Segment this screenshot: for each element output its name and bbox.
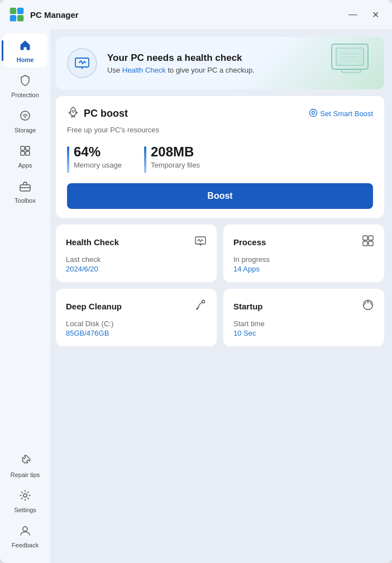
startup-label: Start time [233,319,374,328]
shield-icon [19,74,31,90]
content-area: Your PC needs a health check Use Health … [50,29,392,563]
close-button[interactable]: ✕ [367,7,383,22]
pc-boost-card: PC boost Set Smart Boost Free up your PC… [56,96,384,218]
svg-point-5 [25,116,26,118]
health-check-title: Health Check [66,237,119,247]
startup-icon [362,299,374,314]
health-check-card: Health Check Last check 2024/6 [56,225,217,282]
memory-label: Memory usage [74,161,122,169]
health-check-body: Last check 2024/6/20 [66,255,207,273]
svg-point-34 [202,300,205,303]
svg-point-25 [310,109,317,117]
deep-cleanup-value[interactable]: 85GB/476GB [66,329,207,337]
svg-rect-2 [10,15,16,21]
boost-title-row: PC boost [67,106,128,121]
banner-decoration [326,41,376,85]
main-layout: Home Protection [0,29,392,563]
process-body: In progress 14 Apps [233,255,374,273]
startup-body: Start time 10 Sec [233,319,374,337]
minimize-button[interactable]: — [345,7,361,22]
svg-rect-32 [363,241,367,246]
sidebar-item-home[interactable]: Home [3,34,47,68]
health-check-icon [194,235,207,250]
memory-stat: 64% Memory usage [67,144,122,173]
svg-point-4 [21,111,30,120]
svg-point-13 [23,527,27,531]
sidebar-top: Home Protection [3,34,47,449]
sidebar-label-apps: Apps [18,162,32,169]
sidebar-label-settings: Settings [14,507,36,513]
sidebar-bottom: Repair tips Settings [3,449,47,554]
boost-rocket-icon [67,106,79,121]
apps-icon [19,145,31,160]
sidebar-label-toolbox: Toolbox [15,197,36,204]
boost-button[interactable]: Boost [67,183,373,209]
process-label: In progress [233,255,374,264]
feedback-icon [19,524,31,540]
sidebar-item-settings[interactable]: Settings [3,484,47,518]
svg-rect-27 [195,237,205,244]
svg-rect-30 [363,236,367,240]
settings-icon [19,489,31,505]
app-logo [9,7,25,22]
temp-stat: 208MB Temporary files [144,144,200,173]
deep-cleanup-label: Local Disk (C:) [66,319,207,328]
sidebar: Home Protection [0,29,50,563]
startup-card: Startup Start time 10 Sec [223,289,384,346]
svg-rect-33 [369,241,373,246]
repair-icon [19,454,31,470]
window-controls: — ✕ [345,7,383,22]
health-check-link[interactable]: Health Check [122,66,166,74]
startup-value[interactable]: 10 Sec [233,329,374,337]
storage-icon [19,109,31,125]
startup-title: Startup [233,302,263,311]
boost-stats: 64% Memory usage 208MB Temporary files [67,144,373,173]
boost-subtitle: Free up your PC's resources [67,126,373,134]
main-window: PC Manager — ✕ Home [0,0,392,563]
sidebar-item-apps[interactable]: Apps [3,139,47,173]
process-card: Process In progress 14 Apps [223,225,384,282]
sidebar-item-repair-tips[interactable]: Repair tips [3,449,47,483]
svg-rect-1 [17,8,23,14]
boost-header: PC boost Set Smart Boost [67,106,373,121]
sidebar-label-storage: Storage [15,127,36,133]
svg-rect-3 [17,15,23,21]
sidebar-label-protection: Protection [11,92,39,98]
boost-title: PC boost [84,108,128,120]
app-title: PC Manager [30,10,345,20]
temp-value: 208MB [151,144,200,160]
startup-header: Startup [233,299,374,314]
temp-label: Temporary files [151,161,200,169]
health-check-value[interactable]: 2024/6/20 [66,265,207,273]
svg-point-24 [72,110,74,112]
deep-cleanup-header: Deep Cleanup [66,299,207,314]
health-banner-icon [67,48,97,78]
home-icon [19,39,31,55]
process-header: Process [233,235,374,250]
health-banner: Your PC needs a health check Use Health … [56,37,384,89]
process-title: Process [233,237,266,247]
svg-rect-0 [10,8,16,14]
memory-value: 64% [74,144,122,160]
deep-cleanup-body: Local Disk (C:) 85GB/476GB [66,319,207,337]
svg-rect-9 [26,151,30,155]
smart-boost-link[interactable]: Set Smart Boost [309,108,373,119]
svg-rect-7 [26,146,30,150]
sidebar-item-protection[interactable]: Protection [3,69,47,103]
temp-bar [144,146,146,173]
sidebar-item-storage[interactable]: Storage [3,104,47,138]
sidebar-item-toolbox[interactable]: Toolbox [3,174,47,208]
svg-rect-8 [21,151,25,155]
svg-point-26 [312,112,315,114]
svg-rect-20 [342,69,361,73]
smart-boost-circle-icon [309,108,318,119]
health-banner-title: Your PC needs a health check [107,53,255,64]
sidebar-item-feedback[interactable]: Feedback [3,519,47,553]
process-icon [362,235,374,250]
health-check-header: Health Check [66,235,207,250]
process-value[interactable]: 14 Apps [233,265,374,273]
health-banner-text: Your PC needs a health check Use Health … [107,53,255,74]
grid-cards: Health Check Last check 2024/6 [56,225,384,346]
svg-point-12 [23,494,27,497]
svg-rect-31 [369,236,373,240]
